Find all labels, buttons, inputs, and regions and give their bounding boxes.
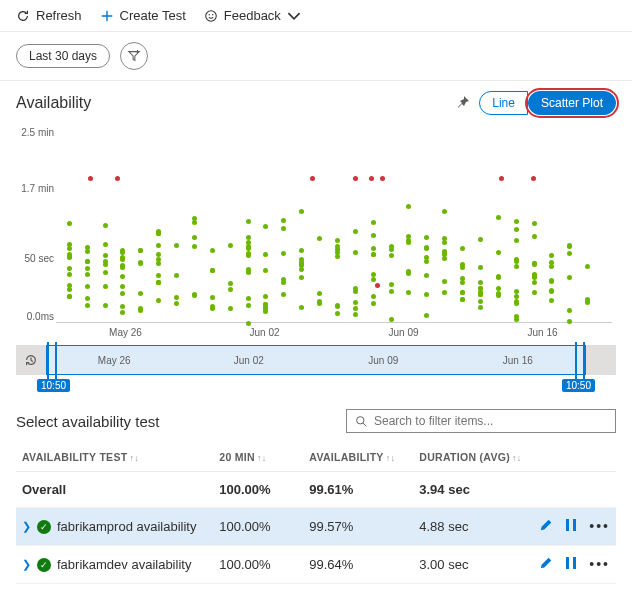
line-view-button[interactable]: Line <box>479 91 528 115</box>
pin-button[interactable] <box>455 94 471 113</box>
smiley-icon <box>204 9 218 23</box>
time-range-pill[interactable]: Last 30 days <box>16 44 110 68</box>
col-test: Availability Test↑↓ <box>16 443 213 472</box>
expand-row-icon[interactable]: ❯ <box>22 558 31 571</box>
x-tick: Jun 02 <box>195 327 334 338</box>
y-tick: 1.7 min <box>16 183 54 194</box>
brush-tick: Jun 09 <box>316 355 451 366</box>
availability-chart[interactable]: 2.5 min 1.7 min 50 sec 0.0ms <box>56 123 612 323</box>
more-button[interactable]: ••• <box>589 556 610 573</box>
table-row[interactable]: ❯✓fabrikamprod availability100.00%99.57%… <box>16 508 616 546</box>
refresh-label: Refresh <box>36 8 82 23</box>
table-row[interactable]: ❯✓fabrikamdev availability100.00%99.64%3… <box>16 546 616 584</box>
svg-point-3 <box>357 416 364 423</box>
svg-point-1 <box>208 13 209 14</box>
col-20min: 20 Min↑↓ <box>213 443 303 472</box>
expand-row-icon[interactable]: ❯ <box>22 520 31 533</box>
filter-plus-icon <box>127 49 141 63</box>
brush-left-label: 10:50 <box>37 379 70 392</box>
y-tick: 50 sec <box>16 253 54 264</box>
brush-tick: May 26 <box>47 355 182 366</box>
refresh-icon <box>16 9 30 23</box>
scatter-view-button[interactable]: Scatter Plot <box>528 91 616 115</box>
chevron-down-icon <box>287 9 301 23</box>
svg-rect-4 <box>566 519 569 531</box>
y-tick: 2.5 min <box>16 127 54 138</box>
top-toolbar: Refresh Create Test Feedback <box>0 0 632 32</box>
col-dur: Duration (Avg)↑↓ <box>413 443 533 472</box>
view-segment: Line Scatter Plot <box>479 91 616 115</box>
svg-rect-6 <box>566 557 569 569</box>
feedback-label: Feedback <box>224 8 281 23</box>
availability-table: Availability Test↑↓ 20 Min↑↓ Availabilit… <box>16 443 616 584</box>
x-tick: May 26 <box>56 327 195 338</box>
brush-right-handle[interactable] <box>586 345 616 375</box>
brush-right-label: 10:50 <box>562 379 595 392</box>
test-name-label: fabrikamprod availability <box>57 519 196 534</box>
more-button[interactable]: ••• <box>589 518 610 535</box>
add-filter-button[interactable] <box>120 42 148 70</box>
svg-point-2 <box>212 13 213 14</box>
svg-rect-7 <box>573 557 576 569</box>
pause-icon <box>565 518 577 532</box>
svg-point-0 <box>206 10 217 21</box>
edit-button[interactable] <box>539 518 553 535</box>
status-ok-icon: ✓ <box>37 520 51 534</box>
pause-button[interactable] <box>565 518 577 535</box>
col-avail: Availability↑↓ <box>303 443 413 472</box>
brush-reset-button[interactable] <box>16 345 46 375</box>
x-tick: Jun 09 <box>334 327 473 338</box>
x-axis: May 26 Jun 02 Jun 09 Jun 16 <box>56 323 612 343</box>
pause-button[interactable] <box>565 556 577 573</box>
history-icon <box>24 353 38 367</box>
svg-rect-5 <box>573 519 576 531</box>
pencil-icon <box>539 556 553 570</box>
pause-icon <box>565 556 577 570</box>
brush-track[interactable]: May 26 Jun 02 Jun 09 Jun 16 10:50 10:50 <box>46 345 586 375</box>
refresh-button[interactable]: Refresh <box>16 8 82 23</box>
plus-icon <box>100 9 114 23</box>
feedback-button[interactable]: Feedback <box>204 8 301 23</box>
pin-icon <box>455 94 471 110</box>
status-ok-icon: ✓ <box>37 558 51 572</box>
search-icon <box>355 415 368 428</box>
x-tick: Jun 16 <box>473 327 612 338</box>
pencil-icon <box>539 518 553 532</box>
y-tick: 0.0ms <box>16 311 54 322</box>
edit-button[interactable] <box>539 556 553 573</box>
test-name-label: fabrikamdev availability <box>57 557 191 572</box>
search-box[interactable] <box>346 409 616 433</box>
create-label: Create Test <box>120 8 186 23</box>
brush-tick: Jun 16 <box>451 355 586 366</box>
tests-header: Select availability test <box>16 413 159 430</box>
filter-bar: Last 30 days <box>0 32 632 81</box>
time-brush[interactable]: May 26 Jun 02 Jun 09 Jun 16 10:50 10:50 <box>16 345 616 375</box>
brush-tick: Jun 02 <box>182 355 317 366</box>
section-title: Availability <box>16 94 91 112</box>
create-test-button[interactable]: Create Test <box>100 8 186 23</box>
table-row[interactable]: Overall100.00%99.61%3.94 sec <box>16 472 616 508</box>
search-input[interactable] <box>374 414 607 428</box>
